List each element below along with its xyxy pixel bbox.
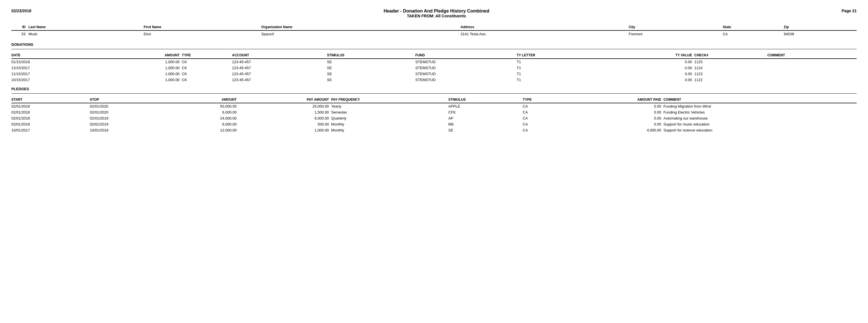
pledge-type: CA bbox=[523, 121, 565, 127]
donation-row: 11/15/2017 1,000.00 CK 123-45-457 SE STE… bbox=[11, 71, 857, 77]
donation-fund: STEMSTUD bbox=[415, 59, 517, 65]
pledge-stimulus: ME bbox=[448, 121, 523, 127]
pledge-pay-amount: 1,500.00 bbox=[239, 109, 331, 115]
pledge-row: 02/01/2018 02/01/2019 24,000.00 6,000.00… bbox=[11, 115, 857, 121]
pledge-comment: Support for music education bbox=[663, 121, 857, 127]
donation-type: CK bbox=[182, 65, 232, 71]
pledge-stop: 02/01/2020 bbox=[90, 109, 168, 115]
col-fund: FUND bbox=[415, 52, 517, 59]
col-check: CHECK# bbox=[694, 52, 767, 59]
donation-date: 12/15/2017 bbox=[11, 65, 105, 71]
pledge-row: 02/01/2018 02/01/2020 50,000.00 25,000.0… bbox=[11, 103, 857, 109]
donation-account: 123-45-457 bbox=[232, 71, 327, 77]
col-pay-frequency: PAY FREQUENCY bbox=[331, 96, 448, 103]
pledge-type: CA bbox=[523, 103, 565, 109]
pledge-row: 02/01/2018 02/01/2019 6,000.00 500.00 Mo… bbox=[11, 121, 857, 127]
donations-header-row: DATE AMOUNT TYPE ACCOUNT STIMULUS FUND T… bbox=[11, 52, 857, 59]
constituent-city: Fremont bbox=[629, 30, 723, 37]
donation-type: CK bbox=[182, 77, 232, 83]
constituent-state: CA bbox=[723, 30, 784, 37]
donation-ty-value: 0.00 bbox=[610, 77, 694, 83]
donations-divider bbox=[11, 49, 857, 49]
constituent-id: 53 bbox=[11, 30, 28, 37]
pledges-header-row: START STOP AMOUNT PAY AMOUNT PAY FREQUEN… bbox=[11, 96, 857, 103]
col-pledge-comment: COMMENT bbox=[663, 96, 857, 103]
col-pledge-type: TYPE bbox=[523, 96, 565, 103]
col-stimulus: STIMULUS bbox=[327, 52, 415, 59]
donations-section-header: DONATIONS bbox=[11, 42, 857, 47]
donation-ty-letter: T1 bbox=[517, 59, 610, 65]
constituent-info-table: ID Last Name First Name Organization Nam… bbox=[11, 24, 857, 37]
pledge-comment: Funding Migration from Wind bbox=[663, 103, 857, 109]
report-main-title: Header - Donation And Pledge History Com… bbox=[31, 8, 842, 14]
pledge-amount-paid: 0.00 bbox=[565, 121, 663, 127]
donation-amount: 1,000.00 bbox=[105, 65, 182, 71]
pledge-stimulus: CFE bbox=[448, 109, 523, 115]
col-amount: AMOUNT bbox=[105, 52, 182, 59]
report-title: Header - Donation And Pledge History Com… bbox=[31, 8, 842, 18]
donation-row: 12/15/2017 1,000.00 CK 123-45-457 SE STE… bbox=[11, 65, 857, 71]
donation-ty-letter: T1 bbox=[517, 77, 610, 83]
pledge-stop: 10/01/2018 bbox=[90, 127, 168, 133]
constituent-header-row: ID Last Name First Name Organization Nam… bbox=[11, 24, 857, 30]
pledge-pay-amount: 6,000.00 bbox=[239, 115, 331, 121]
pledge-amount-paid: 0.00 bbox=[565, 115, 663, 121]
col-id: ID bbox=[11, 24, 28, 30]
pledge-start: 10/01/2017 bbox=[11, 127, 90, 133]
donation-fund: STEMSTUD bbox=[415, 65, 517, 71]
pledge-stimulus: SE bbox=[448, 127, 523, 133]
donation-stimulus: SE bbox=[327, 71, 415, 77]
col-type: TYPE bbox=[182, 52, 232, 59]
col-comment: COMMENT bbox=[767, 52, 857, 59]
col-address: Address bbox=[461, 24, 629, 30]
pledge-start: 02/01/2018 bbox=[11, 103, 90, 109]
donation-account: 123-45-457 bbox=[232, 77, 327, 83]
pledge-stimulus: AP bbox=[448, 115, 523, 121]
donations-table: DATE AMOUNT TYPE ACCOUNT STIMULUS FUND T… bbox=[11, 52, 857, 83]
col-amount-paid: AMOUNT PAID bbox=[565, 96, 663, 103]
donation-amount: 1,000.00 bbox=[105, 71, 182, 77]
donation-check: 1124 bbox=[694, 65, 767, 71]
pledge-amount-paid: 4,000.00 bbox=[565, 127, 663, 133]
pledge-pay-frequency: Monthly bbox=[331, 127, 448, 133]
pledge-comment: Support for science education bbox=[663, 127, 857, 133]
report-date: 02/23/2018 bbox=[11, 8, 31, 13]
donation-date: 01/15/2018 bbox=[11, 59, 105, 65]
donation-account: 123-45-457 bbox=[232, 59, 327, 65]
donation-fund: STEMSTUD bbox=[415, 71, 517, 77]
pledge-pay-frequency: Semester bbox=[331, 109, 448, 115]
page-number: Page 21 bbox=[842, 8, 857, 13]
pledge-start: 02/01/2018 bbox=[11, 109, 90, 115]
col-first-name: First Name bbox=[144, 24, 261, 30]
col-org-name: Organization Name bbox=[261, 24, 461, 30]
constituent-zip: 94538 bbox=[784, 30, 857, 37]
pledge-pay-frequency: Yearly bbox=[331, 103, 448, 109]
pledge-amount: 50,000.00 bbox=[168, 103, 239, 109]
donation-check: 1123 bbox=[694, 71, 767, 77]
pledge-type: CA bbox=[523, 127, 565, 133]
donation-row: 01/15/2018 1,000.00 CK 123-45-457 SE STE… bbox=[11, 59, 857, 65]
donation-ty-value: 0.00 bbox=[610, 59, 694, 65]
pledge-pay-amount: 25,000.00 bbox=[239, 103, 331, 109]
pledge-stimulus: APPLE bbox=[448, 103, 523, 109]
col-city: City bbox=[629, 24, 723, 30]
donation-comment bbox=[767, 77, 857, 83]
donation-amount: 1,000.00 bbox=[105, 77, 182, 83]
donation-fund: STEMSTUD bbox=[415, 77, 517, 83]
pledge-comment: Funding Electric Vehicles bbox=[663, 109, 857, 115]
pledge-amount: 6,000.00 bbox=[168, 109, 239, 115]
col-zip: Zip bbox=[784, 24, 857, 30]
donation-ty-value: 0.00 bbox=[610, 65, 694, 71]
donation-row: 10/15/2017 1,000.00 CK 123-45-457 SE STE… bbox=[11, 77, 857, 83]
pledge-start: 02/01/2018 bbox=[11, 121, 90, 127]
donation-ty-letter: T1 bbox=[517, 65, 610, 71]
pledge-stop: 02/01/2020 bbox=[90, 103, 168, 109]
pledge-start: 02/01/2018 bbox=[11, 115, 90, 121]
donation-date: 10/15/2017 bbox=[11, 77, 105, 83]
donation-ty-value: 0.00 bbox=[610, 71, 694, 77]
pledge-pay-frequency: Quarterly bbox=[331, 115, 448, 121]
pledges-table: START STOP AMOUNT PAY AMOUNT PAY FREQUEN… bbox=[11, 96, 857, 133]
donation-type: CK bbox=[182, 59, 232, 65]
col-state: State bbox=[723, 24, 784, 30]
donation-date: 11/15/2017 bbox=[11, 71, 105, 77]
